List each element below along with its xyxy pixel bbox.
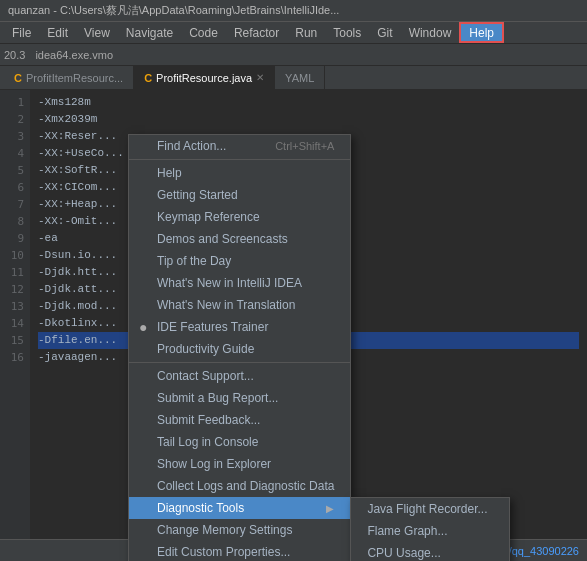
tab-icon-0: C xyxy=(14,72,22,84)
tab-yaml[interactable]: YAML xyxy=(275,66,325,89)
tab-label-0: ProfitItemResourc... xyxy=(26,72,123,84)
editor-area: 1 2 3 4 5 6 7 8 9 10 11 12 13 14 15 16 -… xyxy=(0,90,587,561)
menu-productivity-label: Productivity Guide xyxy=(157,342,254,356)
menu-collect-logs-label: Collect Logs and Diagnostic Data xyxy=(157,479,334,493)
code-line-2: -Xmx2039m xyxy=(38,111,579,128)
menu-contact-support[interactable]: Contact Support... xyxy=(129,365,350,387)
menu-keymap[interactable]: Keymap Reference xyxy=(129,206,350,228)
divider-1 xyxy=(129,159,350,160)
menu-whats-new-translation[interactable]: What's New in Translation xyxy=(129,294,350,316)
menu-help[interactable]: Help xyxy=(459,22,504,43)
menu-diagnostic-tools[interactable]: Diagnostic Tools ▶ Java Flight Recorder.… xyxy=(129,497,350,519)
tab-label-1: ProfitResource.java xyxy=(156,72,252,84)
menu-code[interactable]: Code xyxy=(181,22,226,43)
menu-memory[interactable]: Change Memory Settings xyxy=(129,519,350,541)
toolbar-filename: idea64.exe.vmo xyxy=(35,49,113,61)
menu-tools[interactable]: Tools xyxy=(325,22,369,43)
menu-submit-feedback[interactable]: Submit Feedback... xyxy=(129,409,350,431)
menu-find-action-label: Find Action... xyxy=(157,139,226,153)
menu-demos-label: Demos and Screencasts xyxy=(157,232,288,246)
menu-help-label: Help xyxy=(157,166,182,180)
menu-find-action[interactable]: Find Action... Ctrl+Shift+A xyxy=(129,135,350,157)
menu-run[interactable]: Run xyxy=(287,22,325,43)
help-dropdown-menu: Find Action... Ctrl+Shift+A Help Getting… xyxy=(128,134,351,561)
menu-view[interactable]: View xyxy=(76,22,118,43)
line-num-7: 7 xyxy=(0,196,24,213)
code-line-1: -Xms128m xyxy=(38,94,579,111)
line-num-1: 1 xyxy=(0,94,24,111)
diagnostic-submenu: Java Flight Recorder... Flame Graph... C… xyxy=(350,497,510,561)
menu-tail-log[interactable]: Tail Log in Console xyxy=(129,431,350,453)
line-num-10: 10 xyxy=(0,247,24,264)
menu-getting-started[interactable]: Getting Started xyxy=(129,184,350,206)
menu-tip-label: Tip of the Day xyxy=(157,254,231,268)
menu-contact-support-label: Contact Support... xyxy=(157,369,254,383)
menu-custom-props-label: Edit Custom Properties... xyxy=(157,545,290,559)
menu-help[interactable]: Help xyxy=(129,162,350,184)
menu-whats-new-idea[interactable]: What's New in IntelliJ IDEA xyxy=(129,272,350,294)
menu-tail-log-label: Tail Log in Console xyxy=(157,435,258,449)
line-num-16: 16 xyxy=(0,349,24,366)
app-window: quanzan - C:\Users\蔡凡洁\AppData\Roaming\J… xyxy=(0,0,587,561)
menu-ide-features-label: IDE Features Trainer xyxy=(157,320,268,334)
menu-git[interactable]: Git xyxy=(369,22,400,43)
menu-show-log-label: Show Log in Explorer xyxy=(157,457,271,471)
menu-diagnostic-tools-label: Diagnostic Tools xyxy=(157,501,244,515)
tab-label-2: YAML xyxy=(285,72,314,84)
tab-bar: C ProfitItemResourc... C ProfitResource.… xyxy=(0,66,587,90)
menu-getting-started-label: Getting Started xyxy=(157,188,238,202)
menu-keymap-label: Keymap Reference xyxy=(157,210,260,224)
menu-demos[interactable]: Demos and Screencasts xyxy=(129,228,350,250)
submenu-flame[interactable]: Flame Graph... xyxy=(351,520,509,542)
menu-file[interactable]: File xyxy=(4,22,39,43)
menu-productivity[interactable]: Productivity Guide xyxy=(129,338,350,360)
tab-close-1[interactable]: ✕ xyxy=(256,72,264,83)
line-num-15: 15 xyxy=(0,332,24,349)
line-num-12: 12 xyxy=(0,281,24,298)
menu-submit-feedback-label: Submit Feedback... xyxy=(157,413,260,427)
tab-profit-item[interactable]: C ProfitItemResourc... xyxy=(4,66,134,89)
menu-edit[interactable]: Edit xyxy=(39,22,76,43)
menu-tip[interactable]: Tip of the Day xyxy=(129,250,350,272)
menu-submit-bug-label: Submit a Bug Report... xyxy=(157,391,278,405)
title-text: quanzan - C:\Users\蔡凡洁\AppData\Roaming\J… xyxy=(8,3,339,18)
line-num-3: 3 xyxy=(0,128,24,145)
menu-collect-logs[interactable]: Collect Logs and Diagnostic Data xyxy=(129,475,350,497)
menu-show-log[interactable]: Show Log in Explorer xyxy=(129,453,350,475)
toolbar: 20.3 idea64.exe.vmo xyxy=(0,44,587,66)
menu-refactor[interactable]: Refactor xyxy=(226,22,287,43)
line-num-2: 2 xyxy=(0,111,24,128)
menu-window[interactable]: Window xyxy=(401,22,460,43)
submenu-arrow-icon: ▶ xyxy=(326,503,334,514)
divider-2 xyxy=(129,362,350,363)
line-num-9: 9 xyxy=(0,230,24,247)
line-num-6: 6 xyxy=(0,179,24,196)
line-num-11: 11 xyxy=(0,264,24,281)
line-num-5: 5 xyxy=(0,162,24,179)
menu-whats-new-idea-label: What's New in IntelliJ IDEA xyxy=(157,276,302,290)
line-num-4: 4 xyxy=(0,145,24,162)
menu-bar: File Edit View Navigate Code Refactor Ru… xyxy=(0,22,587,44)
line-num-8: 8 xyxy=(0,213,24,230)
title-bar: quanzan - C:\Users\蔡凡洁\AppData\Roaming\J… xyxy=(0,0,587,22)
menu-whats-new-translation-label: What's New in Translation xyxy=(157,298,295,312)
line-num-14: 14 xyxy=(0,315,24,332)
submenu-cpu[interactable]: CPU Usage... xyxy=(351,542,509,561)
tab-profit-resource[interactable]: C ProfitResource.java ✕ xyxy=(134,66,275,89)
toolbar-version: 20.3 xyxy=(4,49,25,61)
menu-ide-features[interactable]: ● IDE Features Trainer xyxy=(129,316,350,338)
line-numbers: 1 2 3 4 5 6 7 8 9 10 11 12 13 14 15 16 xyxy=(0,90,30,561)
menu-find-action-shortcut: Ctrl+Shift+A xyxy=(275,140,334,152)
menu-submit-bug[interactable]: Submit a Bug Report... xyxy=(129,387,350,409)
line-num-13: 13 xyxy=(0,298,24,315)
bullet-icon: ● xyxy=(139,319,147,335)
menu-memory-label: Change Memory Settings xyxy=(157,523,292,537)
tab-icon-1: C xyxy=(144,72,152,84)
submenu-jfr[interactable]: Java Flight Recorder... xyxy=(351,498,509,520)
menu-navigate[interactable]: Navigate xyxy=(118,22,181,43)
menu-custom-props[interactable]: Edit Custom Properties... xyxy=(129,541,350,561)
